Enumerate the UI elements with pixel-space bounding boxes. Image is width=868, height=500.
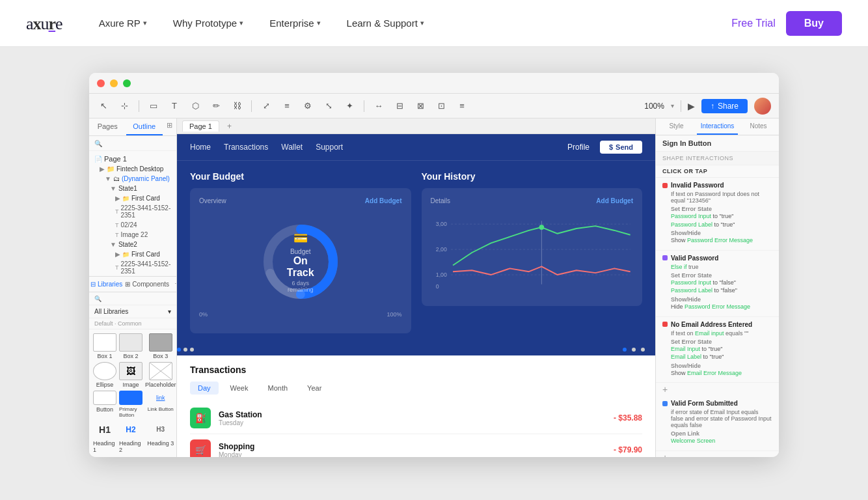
maximize-dot[interactable] xyxy=(123,79,131,87)
tree-item-fintech[interactable]: ▶ 📁 Fintech Desktop xyxy=(89,164,176,174)
lib-search-input[interactable] xyxy=(104,295,171,302)
int-action-line-2b1: Hide Password Error Message xyxy=(671,303,772,311)
close-dot[interactable] xyxy=(97,79,105,87)
tx-tab-week[interactable]: Week xyxy=(223,382,256,395)
comp-button[interactable]: Button xyxy=(93,391,116,418)
int-action-group-2a: Set Error State Password Input to "false… xyxy=(671,272,772,295)
int-dot-3 xyxy=(662,322,668,327)
nav-link-axure-rp[interactable]: Axure RP ▾ xyxy=(88,12,157,34)
settings-tool[interactable]: ✦ xyxy=(343,100,356,113)
comp-ellipse[interactable]: Ellipse xyxy=(93,362,116,388)
tree-item-state1[interactable]: ▼ State1 xyxy=(89,184,176,193)
proto-transactions: Transactions Day Week Month Year ⛽ xyxy=(177,355,655,457)
comp-box1[interactable]: Box 1 xyxy=(93,333,116,359)
canvas-content[interactable]: Home Transactions Wallet Support Profile… xyxy=(177,134,655,457)
rp-tab-style[interactable]: Style xyxy=(656,118,697,135)
rectangle-tool[interactable]: ▭ xyxy=(147,100,160,113)
add-budget2-link[interactable]: Add Budget xyxy=(596,197,633,204)
rp-tab-notes[interactable]: Notes xyxy=(738,118,779,135)
comp-h1[interactable]: H1 Heading 1 xyxy=(93,421,116,453)
nav-link-why-prototype[interactable]: Why Prototype ▾ xyxy=(163,12,254,34)
int-dot-2 xyxy=(662,255,668,260)
expand-tool[interactable]: ⤢ xyxy=(260,100,273,113)
text-tool[interactable]: T xyxy=(168,100,181,113)
dot-5 xyxy=(632,348,636,352)
comp-image[interactable]: 🖼 Image xyxy=(119,362,142,388)
select-tool[interactable]: ↖ xyxy=(97,100,110,113)
rp-tab-interactions[interactable]: Interactions xyxy=(697,118,738,135)
tab-libraries[interactable]: ⊟ Libraries xyxy=(89,277,124,292)
proto-body: Your Budget Overview Add Budget xyxy=(177,161,655,344)
tree-item-firstcard1[interactable]: ▶ 📁 First Card xyxy=(89,193,176,203)
tree-item-state2[interactable]: ▼ State2 xyxy=(89,240,176,249)
comp-placeholder[interactable]: Placeholder xyxy=(145,362,176,388)
proto-nav-home[interactable]: Home xyxy=(190,143,211,152)
crop-tool[interactable]: ⊹ xyxy=(118,100,131,113)
proto-profile[interactable]: Profile xyxy=(567,143,590,152)
align-vert[interactable]: ⊠ xyxy=(414,100,427,113)
filter-tool[interactable]: ⚙ xyxy=(301,100,314,113)
align-horiz[interactable]: ⊡ xyxy=(435,100,448,113)
pen-tool[interactable]: ✏ xyxy=(210,100,223,113)
shape-tool[interactable]: ⬡ xyxy=(189,100,202,113)
rp-element-name: Sign In Button xyxy=(656,135,779,152)
sidebar-search-input[interactable] xyxy=(105,139,171,147)
align-center[interactable]: ⊟ xyxy=(393,100,406,113)
tree-item-date1[interactable]: T 02/24 xyxy=(89,220,176,230)
lib-search: 🔍 xyxy=(89,292,176,305)
logo: axure xyxy=(26,13,62,34)
nav-links: Axure RP ▾ Why Prototype ▾ Enterprise ▾ … xyxy=(88,12,732,34)
tab-outline[interactable]: Outline xyxy=(126,118,163,135)
canvas-tab-page1[interactable]: Page 1 xyxy=(182,120,219,132)
chart-tool[interactable]: ≡ xyxy=(280,100,293,113)
tab-components[interactable]: ⊞ Components xyxy=(124,277,170,292)
proto-nav-support[interactable]: Support xyxy=(316,143,343,152)
zoom-selector[interactable]: 100% xyxy=(644,102,664,111)
tx-tab-year[interactable]: Year xyxy=(299,382,329,395)
add-action-button[interactable]: + xyxy=(656,383,779,396)
comp-icon: ⊞ xyxy=(125,281,130,288)
free-trial-link[interactable]: Free Trial xyxy=(731,18,776,29)
add-page-tab[interactable]: + xyxy=(227,122,232,131)
divider xyxy=(251,100,252,112)
tab-pages[interactable]: Pages xyxy=(89,118,126,135)
tree-item-firstcard2[interactable]: ▶ 📁 First Card xyxy=(89,249,176,259)
tree-item-cardnum2[interactable]: T 2225-3441-5152-2351 xyxy=(89,259,176,276)
search-small-icon: 🔍 xyxy=(94,296,102,302)
fullscreen-tool[interactable]: ⤡ xyxy=(322,100,335,113)
comp-primary-button[interactable]: Primary Button xyxy=(119,391,142,418)
tx-tab-month[interactable]: Month xyxy=(260,382,295,395)
box2-shape xyxy=(119,333,142,352)
nav-link-enterprise[interactable]: Enterprise ▾ xyxy=(259,12,331,34)
tree-item-cardnum1[interactable]: T 2225-3441-5152-2351 xyxy=(89,203,176,220)
tx-tab-day[interactable]: Day xyxy=(190,382,219,395)
comp-h2[interactable]: H2 Heading 2 xyxy=(119,421,142,453)
share-button[interactable]: ↑ Share xyxy=(701,99,748,113)
comp-box2[interactable]: Box 2 xyxy=(119,333,142,359)
add-action-button-2[interactable]: + xyxy=(656,451,779,457)
tree-item-page1[interactable]: 📄 Page 1 xyxy=(89,154,176,164)
filter-icon[interactable]: ⊞ xyxy=(163,118,176,135)
comp-link-button[interactable]: link Link Button xyxy=(145,391,176,418)
proto-nav-transactions[interactable]: Transactions xyxy=(224,143,268,152)
add-budget-link[interactable]: Add Budget xyxy=(365,197,402,204)
link-button-shape: link xyxy=(149,391,172,405)
minimize-dot[interactable] xyxy=(110,79,118,87)
lib-dropdown[interactable]: All Libraries ▾ xyxy=(89,305,176,318)
comp-box3[interactable]: Box 3 xyxy=(145,333,176,359)
proto-send-button[interactable]: $ Send xyxy=(600,141,642,154)
buy-button[interactable]: Buy xyxy=(786,11,842,36)
play-button[interactable]: ▶ xyxy=(688,101,695,111)
tree-item-img1[interactable]: T Image 22 xyxy=(89,230,176,240)
history-card: Details Add Budget 3,00 2,00 xyxy=(422,188,643,306)
tree-item-dynamic-panel[interactable]: ▼ 🗂 (Dynamic Panel) xyxy=(89,174,176,184)
dropdown-chevron: ▾ xyxy=(168,308,171,315)
spacing-tool[interactable]: ↔ xyxy=(372,100,385,113)
int-action-title-2a: Set Error State xyxy=(671,272,772,279)
user-avatar[interactable] xyxy=(754,98,771,115)
distribute[interactable]: ≡ xyxy=(455,100,468,113)
nav-link-learn-support[interactable]: Learn & Support ▾ xyxy=(336,12,435,34)
proto-nav-wallet[interactable]: Wallet xyxy=(281,143,303,152)
comp-h3[interactable]: H3 Heading 3 xyxy=(145,421,176,453)
link-tool[interactable]: ⛓ xyxy=(230,100,243,113)
